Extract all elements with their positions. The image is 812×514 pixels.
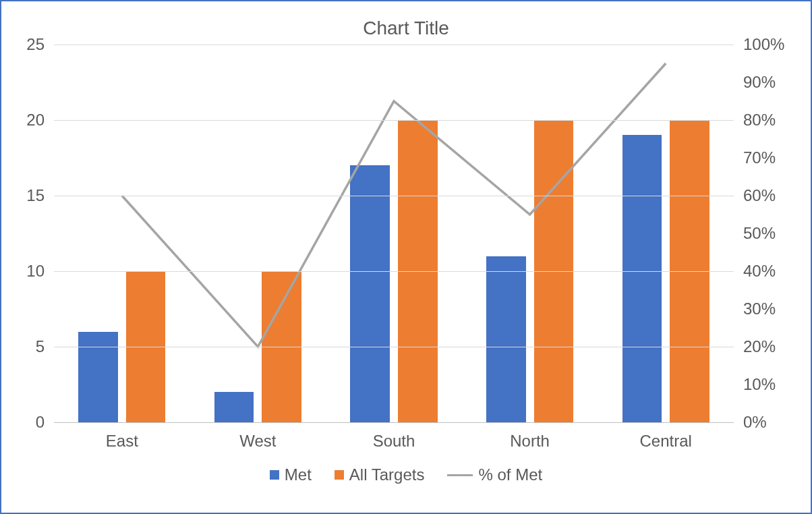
secondary-axis-tick-label: 80% bbox=[743, 112, 776, 128]
secondary-axis-tick-label: 40% bbox=[743, 263, 776, 279]
x-axis-tick-label: North bbox=[462, 432, 598, 451]
legend: Met All Targets % of Met bbox=[11, 465, 801, 484]
legend-item-pct-met: % of Met bbox=[447, 465, 542, 484]
secondary-axis-tick-label: 0% bbox=[743, 414, 767, 430]
secondary-axis-tick-label: 30% bbox=[743, 301, 776, 317]
primary-axis-tick-label: 25 bbox=[26, 36, 45, 53]
secondary-axis-tick-label: 10% bbox=[743, 376, 776, 393]
gridline bbox=[54, 271, 734, 272]
secondary-axis-tick-label: 90% bbox=[743, 74, 776, 90]
secondary-axis-tick-label: 100% bbox=[743, 36, 784, 53]
primary-axis-tick-label: 5 bbox=[36, 339, 45, 355]
x-axis: EastWestSouthNorthCentral bbox=[54, 432, 734, 451]
line-pct-of-met bbox=[122, 63, 666, 347]
primary-axis-tick-label: 15 bbox=[26, 188, 45, 204]
gridline bbox=[54, 422, 734, 423]
x-axis-tick-label: Central bbox=[598, 432, 734, 451]
primary-axis-tick-label: 0 bbox=[36, 414, 45, 430]
secondary-axis-tick-label: 20% bbox=[743, 339, 776, 355]
primary-axis-tick-label: 20 bbox=[26, 112, 45, 128]
gridline bbox=[54, 196, 734, 196]
gridline bbox=[54, 347, 734, 347]
legend-label-all-targets: All Targets bbox=[349, 465, 425, 484]
legend-swatch-pct-met bbox=[447, 474, 473, 476]
x-axis-tick-label: East bbox=[54, 432, 190, 451]
legend-label-met: Met bbox=[285, 465, 312, 484]
legend-label-pct-met: % of Met bbox=[478, 465, 542, 484]
x-axis-tick-label: South bbox=[326, 432, 462, 451]
chart-title: Chart Title bbox=[11, 18, 801, 39]
primary-axis-tick-label: 10 bbox=[26, 263, 45, 279]
chart-frame: Chart Title 05101520250%10%20%30%40%50%6… bbox=[0, 0, 812, 514]
x-axis-tick-label: West bbox=[190, 432, 326, 451]
legend-item-met: Met bbox=[270, 465, 312, 484]
gridline bbox=[54, 120, 734, 121]
plot-area: 05101520250%10%20%30%40%50%60%70%80%90%1… bbox=[54, 45, 734, 422]
legend-swatch-all-targets bbox=[335, 470, 344, 480]
legend-swatch-met bbox=[270, 470, 279, 480]
secondary-axis-tick-label: 60% bbox=[743, 188, 776, 204]
legend-item-all-targets: All Targets bbox=[335, 465, 425, 484]
secondary-axis-tick-label: 50% bbox=[743, 225, 776, 241]
gridline bbox=[54, 45, 734, 45]
secondary-axis-tick-label: 70% bbox=[743, 150, 776, 166]
